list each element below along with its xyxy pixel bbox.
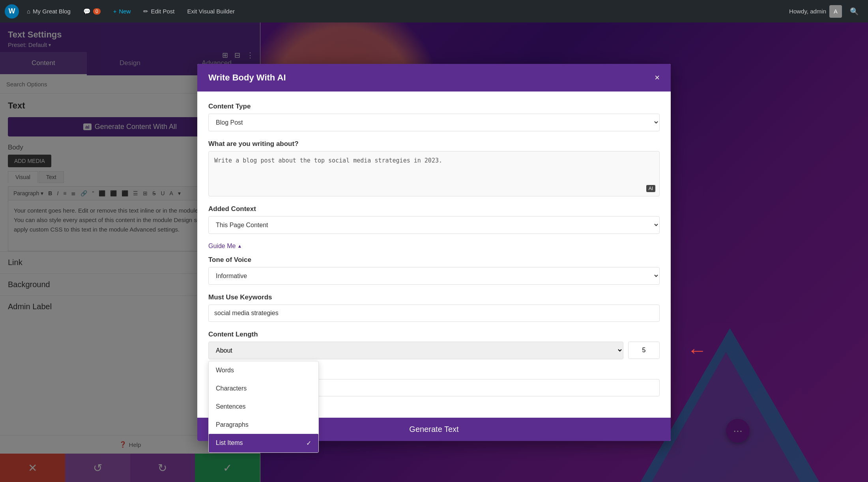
avatar: A — [829, 5, 842, 18]
content-type-label: Content Type — [208, 103, 660, 110]
content-length-label: Content Length — [208, 331, 660, 338]
blog-name-bar-item[interactable]: ⌂ My Great Blog — [22, 5, 75, 18]
modal-body: Content Type Blog Post What are you writ… — [197, 92, 671, 416]
search-icon[interactable]: 🔍 — [845, 7, 863, 16]
tone-of-voice-label: Tone of Voice — [208, 256, 660, 264]
modal-overlay: Write Body With AI × Content Type Blog P… — [0, 22, 868, 482]
added-context-select[interactable]: This Page Content — [208, 216, 660, 234]
what-writing-textarea[interactable]: Write a blog post about the top social m… — [209, 151, 659, 195]
content-type-select[interactable]: Blog Post — [208, 114, 660, 131]
red-arrow-indicator: ← — [687, 339, 707, 362]
keywords-group: Must Use Keywords — [208, 293, 660, 322]
guide-me-link[interactable]: Guide Me ▲ — [208, 243, 660, 250]
content-length-row: About Words Characters Sentences — [208, 342, 660, 359]
ai-corner-icon: AI — [646, 185, 655, 192]
content-length-group: Content Length About Words Characters — [208, 331, 660, 359]
what-writing-label: What are you writing about? — [208, 140, 660, 148]
what-writing-group: What are you writing about? Write a blog… — [208, 140, 660, 196]
wp-logo-icon[interactable]: W — [5, 4, 19, 19]
plus-icon: + — [113, 8, 117, 15]
content-length-number-input[interactable] — [628, 342, 660, 359]
blog-home-icon: ⌂ — [27, 8, 30, 15]
content-length-type-select[interactable]: About — [208, 342, 623, 359]
dropdown-item-sentences[interactable]: Sentences — [209, 398, 318, 416]
comments-bar-item[interactable]: 💬 0 — [79, 5, 105, 18]
keywords-input[interactable] — [208, 305, 660, 322]
new-bar-item[interactable]: + New — [108, 5, 136, 18]
textarea-wrapper: Write a blog post about the top social m… — [208, 151, 660, 196]
tone-of-voice-group: Tone of Voice Informative — [208, 256, 660, 285]
content-type-group: Content Type Blog Post — [208, 103, 660, 131]
edit-post-bar-item[interactable]: ✏ Edit Post — [138, 5, 179, 18]
modal-header: Write Body With AI × — [197, 64, 671, 92]
check-icon: ✓ — [306, 439, 311, 447]
exit-builder-bar-item[interactable]: Exit Visual Builder — [182, 5, 239, 18]
keywords-label: Must Use Keywords — [208, 293, 660, 301]
tone-of-voice-select[interactable]: Informative — [208, 267, 660, 285]
dropdown-item-list-items[interactable]: List Items ✓ — [209, 434, 318, 452]
dropdown-item-words[interactable]: Words — [209, 361, 318, 379]
wp-admin-bar: W ⌂ My Great Blog 💬 0 + New ✏ Edit Post … — [0, 0, 868, 22]
modal-title: Write Body With AI — [208, 73, 286, 83]
howdy-label: Howdy, admin A — [789, 5, 842, 18]
dropdown-item-paragraphs[interactable]: Paragraphs — [209, 416, 318, 434]
added-context-label: Added Context — [208, 205, 660, 213]
added-context-group: Added Context This Page Content — [208, 205, 660, 234]
modal-close-button[interactable]: × — [655, 73, 660, 83]
comment-icon: 💬 — [83, 8, 91, 15]
write-body-modal: Write Body With AI × Content Type Blog P… — [197, 64, 671, 441]
content-length-dropdown: Words Characters Sentences Paragraphs Li — [208, 361, 319, 453]
dropdown-item-characters[interactable]: Characters — [209, 379, 318, 398]
pencil-icon: ✏ — [143, 8, 148, 15]
guide-me-arrow-icon: ▲ — [237, 243, 242, 249]
